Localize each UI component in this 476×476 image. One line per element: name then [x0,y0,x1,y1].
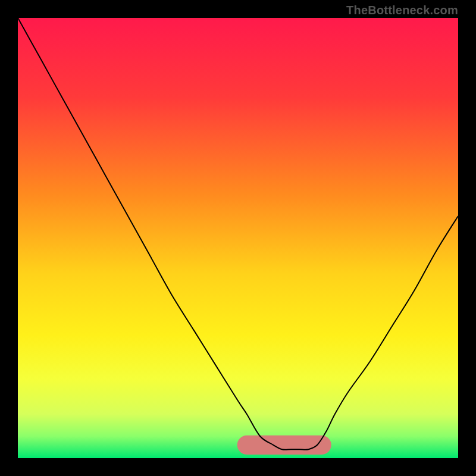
attribution-label: TheBottleneck.com [346,4,458,17]
chart-container: { "attribution": "TheBottleneck.com", "c… [0,0,476,476]
bottleneck-chart [18,18,458,458]
plot-area [18,18,458,458]
gradient-background [18,18,458,458]
